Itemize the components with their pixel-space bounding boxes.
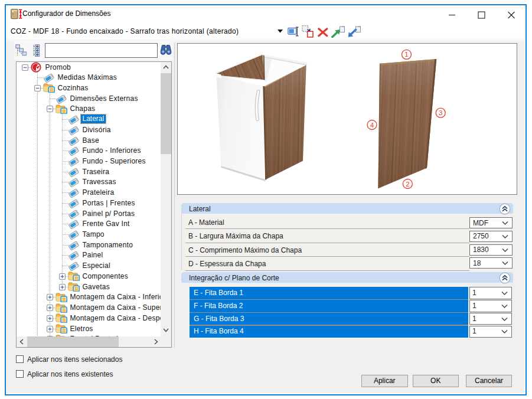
svg-text:2: 2 bbox=[406, 181, 409, 188]
svg-text:1: 1 bbox=[404, 51, 408, 58]
svg-text:3: 3 bbox=[439, 109, 442, 116]
svg-text:4: 4 bbox=[370, 122, 374, 129]
